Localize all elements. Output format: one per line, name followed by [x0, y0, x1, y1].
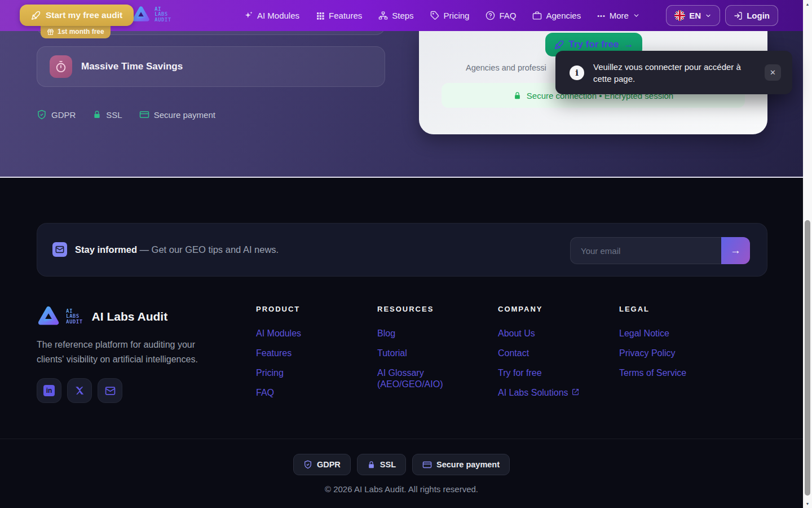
footer-link-about-us[interactable]: About Us	[498, 328, 579, 339]
first-month-free-label: 1st month free	[58, 28, 104, 36]
footer-column-resources: RESOURCES Blog Tutorial AI Glossary (AEO…	[377, 305, 467, 390]
arrow-right-icon: →	[624, 39, 633, 50]
nav-links: AI Modules Features Steps	[244, 0, 640, 31]
secure-payment-badge: Secure payment	[412, 454, 510, 475]
nav-item-label: FAQ	[499, 11, 516, 20]
column-title: LEGAL	[619, 305, 686, 313]
ai-labs-logo-icon	[37, 305, 60, 329]
brand-logo[interactable]: AILABSAUDIT	[131, 5, 171, 24]
rocket-icon	[554, 40, 564, 50]
credit-card-icon	[139, 110, 149, 120]
footer-link-tutorial[interactable]: Tutorial	[377, 348, 467, 359]
nav-right-cluster: EN Login	[666, 5, 778, 26]
nav-item-label: Agencies	[546, 11, 581, 20]
chevron-down-icon	[633, 12, 640, 19]
nav-item-pricing[interactable]: Pricing	[430, 11, 470, 20]
vertical-scrollbar[interactable]: ▲ ▼	[803, 0, 812, 508]
badge-label: SSL	[380, 460, 396, 469]
ai-labs-logo-icon	[131, 5, 151, 24]
trust-gdpr: GDPR	[37, 110, 76, 120]
footer-link-ai-modules[interactable]: AI Modules	[256, 328, 301, 339]
trust-gdpr-label: GDPR	[51, 110, 76, 120]
email-input[interactable]	[570, 237, 721, 264]
newsletter-subtitle: — Get our GEO tips and AI news.	[139, 244, 279, 255]
footer-link-try-for-free[interactable]: Try for free	[498, 367, 579, 379]
login-required-toast: i Veuillez vous connecter pour accéder à…	[555, 51, 792, 94]
footer-link-ai-glossary[interactable]: AI Glossary (AEO/GEO/AIO)	[377, 367, 467, 390]
footer-link-blog[interactable]: Blog	[377, 328, 467, 339]
rocket-icon	[31, 11, 41, 20]
language-code: EN	[689, 11, 701, 20]
email-button[interactable]	[98, 378, 122, 403]
linkedin-button[interactable]: in	[37, 378, 61, 403]
start-audit-button[interactable]: Start my free audit	[20, 5, 134, 26]
badge-label: GDPR	[317, 460, 341, 469]
nav-item-steps[interactable]: Steps	[378, 11, 413, 20]
toast-message: Veuillez vous connecter pour accéder à c…	[593, 61, 752, 85]
footer-link-faq[interactable]: FAQ	[256, 387, 301, 398]
newsletter-form: →	[570, 237, 750, 264]
lock-icon	[513, 91, 522, 100]
footer-link-privacy-policy[interactable]: Privacy Policy	[619, 348, 686, 359]
nav-item-features[interactable]: Features	[316, 11, 362, 20]
language-selector[interactable]: EN	[666, 5, 720, 26]
signup-note: Agencies and professi	[466, 63, 546, 72]
nav-item-faq[interactable]: FAQ	[486, 11, 516, 20]
sparkles-icon	[244, 11, 253, 20]
footer-column-legal: LEGAL Legal Notice Privacy Policy Terms …	[619, 305, 686, 379]
footer-brand: AILABSAUDIT AI Labs Audit The reference …	[37, 305, 223, 403]
brand-wordmark: AILABSAUDIT	[66, 309, 83, 325]
copyright-text: © 2026 AI Labs Audit. All rights reserve…	[0, 484, 803, 494]
nav-item-label: More	[610, 11, 629, 20]
uk-flag-icon	[674, 10, 685, 21]
trust-ssl: SSL	[92, 110, 122, 120]
login-label: Login	[747, 11, 770, 20]
column-title: PRODUCT	[256, 305, 301, 313]
newsletter-submit-button[interactable]: →	[721, 237, 750, 264]
x-twitter-button[interactable]	[67, 378, 92, 403]
feature-card-time-savings: Massive Time Savings	[37, 46, 385, 87]
gdpr-badge: GDPR	[293, 454, 351, 475]
chevron-down-icon	[705, 12, 712, 19]
scroll-down-icon[interactable]: ▼	[803, 502, 812, 506]
credit-card-icon	[422, 460, 432, 470]
start-audit-label: Start my free audit	[46, 10, 122, 20]
nav-item-label: Features	[329, 11, 362, 20]
social-links: in	[37, 378, 223, 403]
feature-card-title: Massive Time Savings	[81, 61, 183, 72]
trust-badges-row: GDPR SSL Secure payment	[37, 110, 215, 120]
footer-badges-row: GDPR SSL Secure payment	[0, 454, 803, 475]
footer-section: Stay informed — Get our GEO tips and AI …	[0, 177, 803, 508]
footer-link-features[interactable]: Features	[256, 348, 301, 359]
footer-link-legal-notice[interactable]: Legal Notice	[619, 328, 686, 339]
gift-icon	[47, 28, 54, 36]
nav-item-ai-modules[interactable]: AI Modules	[244, 11, 299, 20]
login-button[interactable]: Login	[725, 5, 778, 26]
footer-link-ai-labs-solutions[interactable]: AI Labs Solutions	[498, 387, 579, 398]
grid-icon	[316, 11, 325, 20]
briefcase-icon	[532, 11, 542, 20]
lock-icon	[92, 110, 102, 119]
try-for-free-label: Try for free	[569, 39, 619, 50]
footer-link-contact[interactable]: Contact	[498, 348, 579, 359]
close-toast-button[interactable]: ✕	[765, 64, 781, 81]
nav-item-label: Steps	[392, 11, 413, 20]
dots-icon: •••	[597, 12, 606, 19]
footer-link-terms[interactable]: Terms of Service	[619, 367, 686, 379]
mail-icon	[105, 386, 116, 396]
info-icon: i	[570, 65, 584, 80]
trust-secure-payment: Secure payment	[139, 110, 215, 120]
scroll-up-icon[interactable]: ▲	[803, 2, 812, 6]
x-icon	[74, 386, 85, 396]
login-icon	[734, 11, 743, 20]
first-month-free-badge: 1st month free	[41, 25, 111, 38]
scrollbar-thumb[interactable]	[805, 220, 810, 496]
footer-link-pricing[interactable]: Pricing	[256, 367, 301, 379]
footer-brand-name: AI Labs Audit	[92, 310, 168, 323]
page: Massive Time Savings GDPR SSL Se	[0, 0, 812, 508]
lock-icon	[367, 461, 376, 469]
badge-label: Secure payment	[436, 460, 500, 469]
nav-item-more[interactable]: ••• More	[597, 11, 640, 20]
nav-item-label: Pricing	[444, 11, 470, 20]
nav-item-agencies[interactable]: Agencies	[532, 11, 581, 20]
